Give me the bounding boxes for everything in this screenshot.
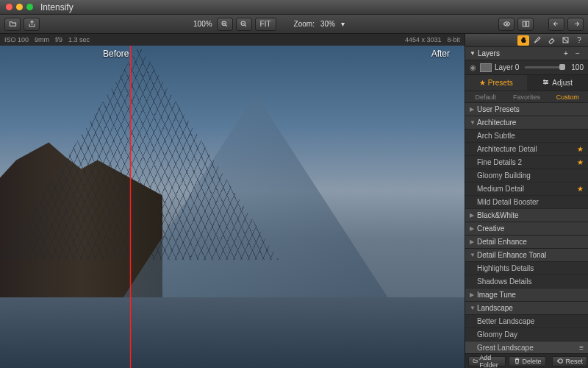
- svg-rect-3: [523, 21, 525, 26]
- preset-subtabs: Default Favorites Custom: [465, 91, 588, 103]
- category-label: Detail Enhance Tonal: [477, 251, 546, 259]
- preset-category[interactable]: ▼Architecture: [465, 116, 588, 130]
- sidebar-footer: Add Folder Delete Reset: [465, 353, 588, 368]
- layers-header: ▼ Layers + −: [465, 47, 588, 60]
- preset-category[interactable]: ▶Creative: [465, 222, 588, 236]
- before-label: Before: [103, 49, 129, 59]
- tab-adjust-label: Adjust: [552, 79, 573, 87]
- preset-label: Gloomy Building: [477, 171, 531, 180]
- triangle-right-icon: ▶: [470, 225, 477, 232]
- preset-item[interactable]: Arch Subtle: [465, 130, 588, 143]
- preset-item[interactable]: Medium Detail★: [465, 183, 588, 196]
- zoom-label: Zoom:: [293, 20, 316, 28]
- triangle-down-icon: ▼: [470, 252, 477, 258]
- info-shutter: 1.3 sec: [68, 36, 90, 43]
- preset-category[interactable]: ▼Landscape: [465, 302, 588, 315]
- subtab-default[interactable]: Default: [465, 91, 506, 102]
- star-icon: ★: [577, 185, 584, 193]
- preset-item[interactable]: Gloomy Building: [465, 169, 588, 183]
- tab-presets-label: Presets: [488, 79, 513, 87]
- category-label: User Presets: [477, 105, 520, 113]
- preset-label: Arch Subtle: [477, 132, 515, 140]
- toolbar: 100% FIT Zoom: 30% ▾: [0, 15, 588, 34]
- info-iso: ISO 100: [4, 36, 29, 43]
- eraser-tool-button[interactable]: [545, 35, 557, 46]
- zoom-value: 30%: [319, 20, 337, 28]
- layer-visibility-icon[interactable]: ◉: [470, 63, 477, 71]
- export-button[interactable]: [24, 18, 40, 31]
- preset-item[interactable]: Highlights Details: [465, 262, 588, 275]
- triangle-right-icon: ▶: [470, 106, 477, 113]
- preset-list[interactable]: ▶User Presets▼ArchitectureArch SubtleArc…: [465, 103, 588, 353]
- fit-button[interactable]: FIT: [255, 18, 276, 31]
- preset-category[interactable]: ▶Detail Enhance: [465, 236, 588, 249]
- close-window-button[interactable]: [6, 4, 12, 10]
- undo-button[interactable]: [548, 18, 564, 31]
- compare-button[interactable]: [517, 18, 534, 31]
- preview-button[interactable]: [498, 18, 514, 31]
- preset-label: Highlights Details: [477, 264, 534, 272]
- app-title: Intensify: [40, 2, 74, 13]
- preset-item[interactable]: Shadows Details: [465, 275, 588, 289]
- add-folder-button[interactable]: Add Folder: [468, 356, 506, 367]
- remove-layer-button[interactable]: −: [572, 49, 584, 59]
- reset-button[interactable]: Reset: [552, 356, 588, 367]
- gradient-tool-button[interactable]: [559, 35, 571, 46]
- preset-category[interactable]: ▼Detail Enhance Tonal: [465, 249, 588, 262]
- brush-tool-button[interactable]: [531, 35, 543, 46]
- preset-category[interactable]: ▶User Presets: [465, 103, 588, 116]
- preset-label: Shadows Details: [477, 277, 531, 286]
- preset-category[interactable]: ▶Image Tune: [465, 289, 588, 302]
- open-file-button[interactable]: [4, 18, 21, 31]
- svg-point-2: [506, 23, 507, 24]
- subtab-favorites[interactable]: Favorites: [506, 91, 548, 102]
- hand-tool-button[interactable]: [517, 35, 529, 46]
- preset-label: Architecture Detail: [477, 145, 537, 153]
- preset-item[interactable]: Better Landscape: [465, 315, 588, 328]
- layer-opacity-slider[interactable]: [525, 66, 565, 68]
- preset-category[interactable]: ▶Black&White: [465, 209, 588, 222]
- compare-split-handle[interactable]: [130, 46, 131, 368]
- redo-button[interactable]: [567, 18, 584, 31]
- canvas[interactable]: Before After: [0, 46, 465, 368]
- tab-adjust[interactable]: Adjust: [527, 75, 589, 91]
- layer-thumbnail: [480, 63, 492, 72]
- sidebar: ? ▼ Layers + − ◉ Layer 0 100 ★Presets Ad…: [465, 34, 588, 368]
- svg-point-6: [544, 80, 545, 81]
- svg-point-7: [547, 82, 548, 82]
- titlebar: Intensify: [0, 0, 588, 15]
- zoom-in-button[interactable]: [217, 18, 233, 31]
- category-label: Black&White: [477, 211, 519, 219]
- main-area: ISO 100 9mm f/9 1.3 sec 4454 x 3031 8-bi…: [0, 34, 588, 368]
- preset-label: Better Landscape: [477, 317, 534, 325]
- delete-preset-button[interactable]: Delete: [509, 356, 546, 367]
- preset-item[interactable]: Gloomy Day: [465, 328, 588, 342]
- preset-item[interactable]: Architecture Detail★: [465, 143, 588, 156]
- preset-item[interactable]: Fine Details 2★: [465, 156, 588, 169]
- layers-title: Layers: [478, 49, 560, 57]
- layer-row[interactable]: ◉ Layer 0 100: [465, 60, 588, 75]
- fit-label: FIT: [260, 20, 271, 28]
- zoom-out-button[interactable]: [236, 18, 252, 31]
- sliders-icon: [542, 78, 550, 88]
- sliders-icon[interactable]: ≡: [579, 344, 584, 352]
- category-label: Architecture: [477, 118, 516, 127]
- tab-presets[interactable]: ★Presets: [465, 75, 527, 91]
- add-layer-button[interactable]: +: [560, 49, 572, 59]
- subtab-custom[interactable]: Custom: [547, 91, 588, 102]
- category-label: Creative: [477, 224, 504, 233]
- preset-label: Gloomy Day: [477, 330, 517, 339]
- category-label: Landscape: [477, 304, 513, 312]
- info-aperture: f/9: [55, 36, 62, 43]
- minimize-window-button[interactable]: [16, 4, 23, 10]
- preset-item[interactable]: Mild Detail Booster: [465, 196, 588, 209]
- preset-item[interactable]: Great Landscape≡: [465, 342, 588, 353]
- help-button[interactable]: ?: [573, 35, 585, 46]
- zoom-window-button[interactable]: [26, 4, 33, 10]
- star-icon: ★: [577, 145, 584, 153]
- zoom-dropdown-icon[interactable]: ▾: [340, 20, 346, 28]
- layer-opacity-value: 100: [571, 63, 584, 71]
- star-icon: ★: [577, 158, 584, 166]
- canvas-panel: ISO 100 9mm f/9 1.3 sec 4454 x 3031 8-bi…: [0, 34, 465, 368]
- category-label: Image Tune: [477, 291, 516, 299]
